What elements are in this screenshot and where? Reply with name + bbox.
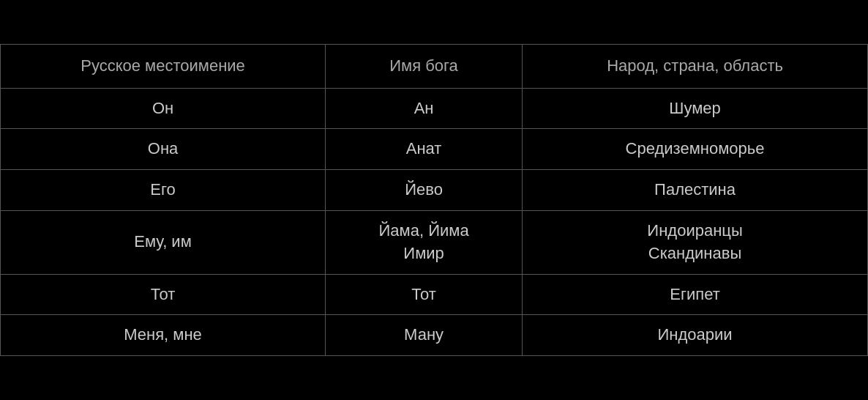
header-row: Русское местоимение Имя бога Народ, стра… (1, 44, 868, 88)
cell-people: Палестина (523, 170, 868, 211)
table-row: ОнАнШумер (1, 88, 868, 129)
cell-pronoun: Тот (1, 274, 326, 315)
cell-people: Шумер (523, 88, 868, 129)
header-pronoun: Русское местоимение (1, 44, 326, 88)
main-table: Русское местоимение Имя бога Народ, стра… (0, 44, 868, 356)
header-people: Народ, страна, область (523, 44, 868, 88)
cell-god: Йево (326, 170, 523, 211)
cell-god: Ману (326, 315, 523, 356)
cell-god: Ан (326, 88, 523, 129)
table-row: Ему, имЙама, Йима ИмирИндоиранцы Скандин… (1, 211, 868, 275)
table-row: Меня, мнеМануИндоарии (1, 315, 868, 356)
cell-pronoun: Его (1, 170, 326, 211)
cell-pronoun: Он (1, 88, 326, 129)
cell-pronoun: Она (1, 129, 326, 170)
cell-pronoun: Ему, им (1, 211, 326, 275)
header-god: Имя бога (326, 44, 523, 88)
cell-god: Тот (326, 274, 523, 315)
table-row: ТотТотЕгипет (1, 274, 868, 315)
cell-people: Индоарии (523, 315, 868, 356)
cell-people: Индоиранцы Скандинавы (523, 211, 868, 275)
cell-people: Египет (523, 274, 868, 315)
table-row: ОнаАнатСредиземноморье (1, 129, 868, 170)
table-row: ЕгоЙевоПалестина (1, 170, 868, 211)
cell-people: Средиземноморье (523, 129, 868, 170)
cell-god: Анат (326, 129, 523, 170)
cell-god: Йама, Йима Имир (326, 211, 523, 275)
cell-pronoun: Меня, мне (1, 315, 326, 356)
